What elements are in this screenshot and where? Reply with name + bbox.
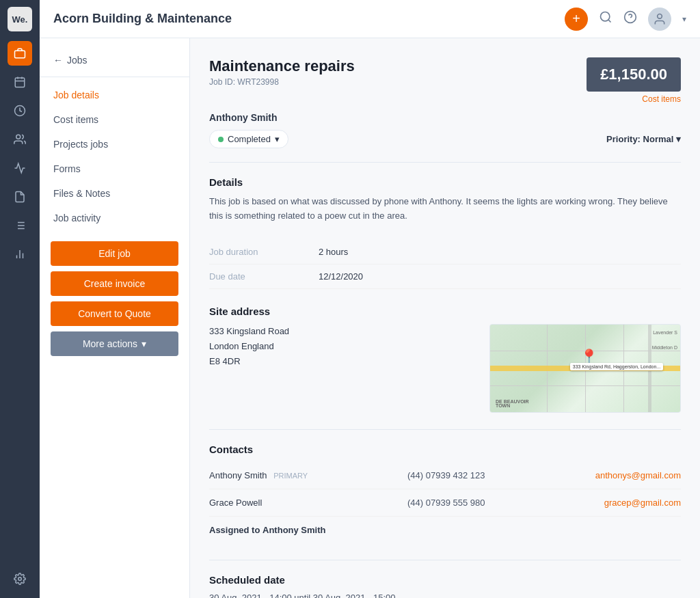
nav-icon-files[interactable] <box>8 185 32 209</box>
nav-icon-reports[interactable] <box>8 156 32 180</box>
site-map[interactable]: 📍 333 Kingsland Rd, Haggerston, London..… <box>489 324 681 413</box>
job-price: £1,150.00 <box>587 57 681 92</box>
more-actions-button[interactable]: More actions ▾ <box>51 331 178 356</box>
job-title: Maintenance repairs <box>209 57 355 75</box>
top-header: Acorn Building & Maintenance + ▾ <box>40 0 700 38</box>
svg-point-6 <box>16 135 21 139</box>
add-button[interactable]: + <box>565 8 588 31</box>
scheduled-section: Scheduled date 30 Aug, 2021 - 14:00 unti… <box>209 574 681 598</box>
contact-phone-0: (44) 07939 432 123 <box>407 470 544 480</box>
nav-icon-users[interactable] <box>8 127 32 152</box>
nav-icon-settings[interactable] <box>8 567 32 591</box>
header-actions: + ▾ <box>565 8 686 31</box>
sidebar-item-projects-jobs[interactable]: Projects jobs <box>40 132 189 157</box>
contacts-table: Anthony Smith PRIMARY (44) 07939 432 123… <box>209 462 681 517</box>
create-invoice-button[interactable]: Create invoice <box>51 271 178 296</box>
sidebar-item-job-details[interactable]: Job details <box>40 83 189 107</box>
map-label: 333 Kingsland Rd, Haggerston, London... <box>570 363 663 370</box>
back-label: Jobs <box>67 55 88 66</box>
contact-row: Anthony Smith PRIMARY (44) 07939 432 123… <box>209 462 681 489</box>
job-title-block: Maintenance repairs Job ID: WRT23998 <box>209 57 355 87</box>
sidebar: ← Jobs Job details Cost items Projects j… <box>40 38 190 598</box>
site-address-info: 333 Kingsland Road London England E8 4DR <box>209 324 476 413</box>
priority-label: Priority: Normal ▾ <box>606 134 681 144</box>
convert-to-quote-button[interactable]: Convert to Quote <box>51 301 178 326</box>
back-to-jobs[interactable]: ← Jobs <box>40 49 189 77</box>
job-status-row: Completed ▾ Priority: Normal ▾ <box>209 130 681 148</box>
contact-name-0: Anthony Smith PRIMARY <box>209 470 407 480</box>
status-chevron-icon: ▾ <box>275 134 280 144</box>
site-address-line1: 333 Kingsland Road <box>209 324 476 339</box>
details-section: Details This job is based on what was di… <box>209 176 681 223</box>
help-icon[interactable] <box>623 10 637 27</box>
divider-3 <box>209 560 681 560</box>
contact-name-1: Grace Powell <box>209 498 407 508</box>
scheduled-value: 30 Aug, 2021 - 14:00 until 30 Aug, 2021 … <box>209 593 681 598</box>
job-price-block: £1,150.00 Cost items <box>587 57 681 104</box>
due-date-label: Due date <box>209 271 319 282</box>
site-address-line3: E8 4DR <box>209 354 476 369</box>
nav-icon-list[interactable] <box>8 213 32 238</box>
contact-email-0[interactable]: anthonys@gmail.com <box>544 470 681 480</box>
duration-value: 2 hours <box>319 247 681 257</box>
svg-point-21 <box>658 14 662 18</box>
main-content-wrapper: Maintenance repairs Job ID: WRT23998 £1,… <box>190 38 700 598</box>
status-dot <box>218 137 224 142</box>
sidebar-item-cost-items[interactable]: Cost items <box>40 107 189 132</box>
nav-icon-clock[interactable] <box>8 98 32 123</box>
back-arrow-icon: ← <box>53 55 63 66</box>
user-chevron-icon[interactable]: ▾ <box>682 14 686 24</box>
due-date-row: Due date 12/12/2020 <box>209 264 681 289</box>
app-logo: We. <box>8 7 32 31</box>
details-text: This job is based on what was discussed … <box>209 195 681 223</box>
site-address-title: Site address <box>209 305 681 317</box>
site-section: Site address 333 Kingsland Road London E… <box>209 305 681 413</box>
job-id: Job ID: WRT23998 <box>209 77 355 87</box>
priority-dropdown[interactable]: Normal ▾ <box>643 134 681 144</box>
nav-icon-briefcase[interactable] <box>8 41 32 66</box>
scheduled-title: Scheduled date <box>209 574 681 586</box>
sidebar-item-forms[interactable]: Forms <box>40 157 189 181</box>
icon-bar: We. <box>0 0 40 598</box>
duration-label: Job duration <box>209 247 319 257</box>
contact-email-1[interactable]: gracep@gmail.com <box>544 498 681 508</box>
sidebar-action-buttons: Edit job Create invoice Convert to Quote… <box>40 230 189 356</box>
job-header: Maintenance repairs Job ID: WRT23998 £1,… <box>209 57 681 104</box>
sidebar-item-files-notes[interactable]: Files & Notes <box>40 181 189 206</box>
map-image: 📍 333 Kingsland Rd, Haggerston, London..… <box>490 325 680 412</box>
contacts-title: Contacts <box>209 444 681 455</box>
sidebar-divider <box>40 77 189 77</box>
contacts-section: Contacts Anthony Smith PRIMARY (44) 0793… <box>209 444 681 543</box>
contact-row: Grace Powell (44) 07939 555 980 gracep@g… <box>209 489 681 517</box>
svg-rect-1 <box>15 78 25 87</box>
status-label: Completed <box>228 134 271 144</box>
main-content: Maintenance repairs Job ID: WRT23998 £1,… <box>190 38 700 598</box>
chevron-down-icon: ▾ <box>142 338 146 349</box>
contact-phone-1: (44) 07939 555 980 <box>407 498 544 508</box>
search-icon[interactable] <box>599 10 612 27</box>
assigned-row: Assigned to Anthony Smith <box>209 517 681 543</box>
job-assignee: Anthony Smith <box>209 112 681 123</box>
user-avatar[interactable] <box>648 8 671 31</box>
site-details: 333 Kingsland Road London England E8 4DR <box>209 324 681 413</box>
cost-items-link[interactable]: Cost items <box>587 94 681 104</box>
company-name: Acorn Building & Maintenance <box>53 12 565 26</box>
due-date-value: 12/12/2020 <box>319 271 681 282</box>
svg-point-16 <box>18 577 22 581</box>
edit-job-button[interactable]: Edit job <box>51 241 178 266</box>
site-address-line2: London England <box>209 339 476 354</box>
job-duration-row: Job duration 2 hours <box>209 240 681 264</box>
divider-2 <box>209 429 681 430</box>
nav-icon-calendar[interactable] <box>8 70 32 94</box>
nav-icon-analytics[interactable] <box>8 242 32 267</box>
svg-line-18 <box>608 20 611 23</box>
details-title: Details <box>209 176 681 188</box>
divider-1 <box>209 162 681 163</box>
sidebar-item-job-activity[interactable]: Job activity <box>40 206 189 230</box>
status-badge[interactable]: Completed ▾ <box>209 130 288 148</box>
svg-rect-0 <box>15 51 25 58</box>
svg-point-17 <box>601 12 610 21</box>
assigned-value: Anthony Smith <box>262 525 325 535</box>
